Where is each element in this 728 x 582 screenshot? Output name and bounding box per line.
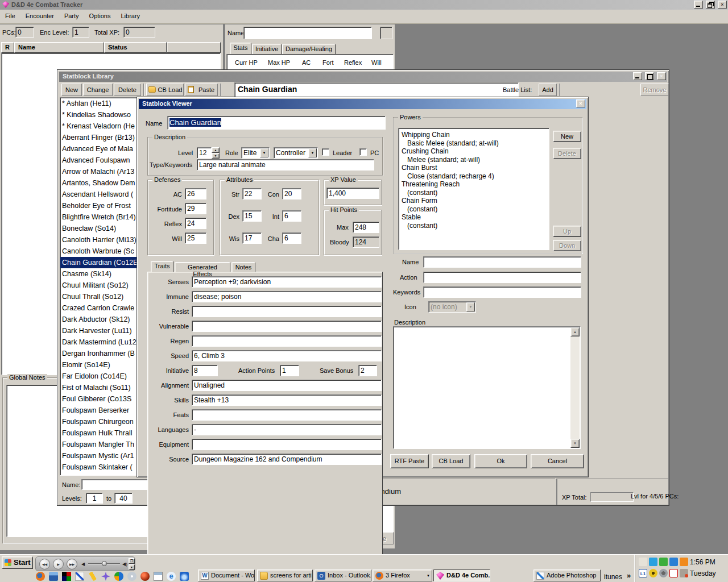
spin-down-icon[interactable]: ▼: [212, 153, 220, 159]
monster-list-item[interactable]: Beholder Eye of Frost: [60, 200, 140, 211]
taskbar-button-word[interactable]: Document - Wo...: [198, 569, 255, 581]
monster-list-item[interactable]: Advanced Eye of Mala: [60, 143, 140, 155]
role-dropdown[interactable]: Elite ▼: [241, 147, 270, 159]
trait-input-speed[interactable]: 6, Climb 3: [192, 350, 382, 361]
updater-tray-icon[interactable]: [680, 558, 688, 566]
chevron-down-icon[interactable]: ▼: [260, 148, 268, 157]
monster-list-item[interactable]: Canoloth Harrier (Mi13): [60, 234, 140, 246]
total-xp-value[interactable]: 0: [123, 27, 155, 38]
pc-checkbox[interactable]: [359, 148, 367, 156]
taskbar-button-dnd[interactable]: D&D 4e Comb...: [433, 569, 490, 581]
minimize-button[interactable]: [694, 1, 703, 9]
new-statblock-button[interactable]: New: [61, 84, 82, 96]
change-statblock-button[interactable]: Change: [83, 84, 113, 96]
description-scrollbar[interactable]: ▲ ▼: [570, 327, 580, 448]
power-action-input[interactable]: [423, 272, 581, 283]
menu-encounter[interactable]: Encounter: [20, 10, 59, 24]
monster-list-item[interactable]: Fist of Malachi (So11): [60, 382, 140, 393]
rewind-button[interactable]: ◀◀: [39, 559, 50, 569]
tab-initiative[interactable]: Initiative: [252, 44, 282, 54]
star-icon[interactable]: [101, 572, 110, 581]
taskbar-button-outlook[interactable]: Inbox - Outlook...: [315, 569, 371, 581]
viewer-close-button[interactable]: ×: [576, 99, 585, 107]
defense-input-reflex[interactable]: 24: [185, 218, 206, 229]
role-type-dropdown[interactable]: Controller ▼: [274, 147, 318, 159]
action-points-input[interactable]: 1: [280, 365, 299, 376]
hp-max-input[interactable]: 248: [353, 222, 379, 233]
monster-list-item[interactable]: Chasme (Sk14): [60, 268, 140, 280]
power-list-item[interactable]: Chain Form(constant): [399, 197, 549, 213]
defense-input-will[interactable]: 25: [185, 232, 206, 244]
restore-button[interactable]: [706, 1, 715, 9]
email-icon[interactable]: [49, 572, 58, 581]
power-new-button[interactable]: New: [553, 131, 581, 142]
menu-file[interactable]: File: [0, 10, 20, 24]
trait-input-languages[interactable]: -: [192, 424, 382, 435]
itunes-toolbar-label[interactable]: itunes: [604, 573, 622, 581]
package-tray-icon[interactable]: [659, 558, 668, 566]
l1-tray-icon[interactable]: [639, 569, 647, 577]
battle-remove-button[interactable]: Remove: [640, 84, 669, 96]
close-button[interactable]: ×: [718, 1, 727, 9]
swoosh-icon[interactable]: [88, 572, 97, 581]
ok-button[interactable]: Ok: [474, 454, 527, 468]
attribute-input-con[interactable]: 20: [282, 188, 301, 199]
monster-list-item[interactable]: Foul Gibberer (Co13S: [60, 393, 140, 405]
cb-load-button[interactable]: CB Load: [146, 84, 184, 96]
messenger-icon[interactable]: [180, 572, 189, 581]
attribute-input-wis[interactable]: 17: [242, 232, 262, 244]
scroll-up-icon[interactable]: ▲: [570, 327, 580, 336]
monster-list-item[interactable]: Arrow of Malachi (Ar13: [60, 166, 140, 177]
power-description-textarea[interactable]: ▲ ▼: [393, 326, 581, 449]
imageviewer-icon[interactable]: [62, 572, 71, 581]
combatant-name-input[interactable]: [243, 27, 372, 39]
media-collapse-icon[interactable]: ▼: [129, 564, 135, 570]
trait-input-alignment[interactable]: Unaligned: [192, 380, 382, 391]
power-name-input[interactable]: [423, 256, 581, 268]
menu-options[interactable]: Options: [84, 10, 116, 24]
power-list-item[interactable]: Stable(constant): [399, 213, 549, 230]
menu-library[interactable]: Library: [116, 10, 146, 24]
trait-input-feats[interactable]: [192, 409, 382, 421]
viewer-name-input[interactable]: Chain Guardian: [167, 116, 386, 130]
monster-list-item[interactable]: Dergan Ironhammer (B: [60, 348, 140, 359]
xp-value-input[interactable]: 1,400: [326, 188, 379, 199]
monster-list-item[interactable]: Aberrant Flinger (Br13): [60, 132, 140, 143]
roster-column-status[interactable]: Status: [104, 42, 167, 53]
monster-list-item[interactable]: Foulspawn Skintaker (: [60, 462, 140, 473]
power-list-item[interactable]: Crushing ChainMelee (standard; at-will): [399, 147, 549, 164]
power-list-item[interactable]: Whipping ChainBasic Melee (standard; at-…: [399, 131, 549, 147]
delete-statblock-button[interactable]: Delete: [114, 84, 141, 96]
level-spinner[interactable]: 12: [197, 147, 212, 159]
monster-list-item[interactable]: Elomir (So14E): [60, 359, 140, 371]
monster-list[interactable]: * Ashlan (He11)* Kindelias Shadowso* Kre…: [60, 97, 141, 476]
chevron-down-icon[interactable]: ▼: [308, 148, 317, 157]
monster-list-item[interactable]: Foulspawn Hulk Thrall: [60, 427, 140, 439]
pen-icon[interactable]: [75, 572, 84, 581]
monster-list-item[interactable]: Crazed Carrion Crawle: [60, 302, 140, 314]
monster-list-item[interactable]: Chuul Militant (So12): [60, 280, 140, 291]
viewer-tab-generated-effects[interactable]: Generated Effects: [175, 262, 230, 272]
attribute-input-str[interactable]: 22: [242, 188, 262, 199]
save-bonus-input[interactable]: 2: [358, 365, 377, 376]
scroll-down-icon[interactable]: ▼: [570, 439, 580, 448]
power-keywords-input[interactable]: [423, 286, 581, 298]
monster-list-item[interactable]: Foulspawn Mangler Th: [60, 439, 140, 450]
monster-list-item[interactable]: Dark Abductor (Sk12): [60, 314, 140, 325]
power-delete-button[interactable]: Delete: [553, 148, 581, 159]
trait-input-equipment[interactable]: [192, 439, 382, 450]
monster-list-item[interactable]: Canoloth Warbrute (Sc: [60, 246, 140, 257]
dropbox-tray-icon[interactable]: [669, 558, 678, 566]
monster-list-item[interactable]: Advanced Foulspawn: [60, 155, 140, 166]
display-tray-icon[interactable]: [639, 558, 647, 566]
enc-level-value[interactable]: 1: [72, 27, 89, 38]
level-spinner-arrows[interactable]: ▲ ▼: [212, 147, 220, 159]
monster-list-item[interactable]: * Kindelias Shadowso: [60, 109, 140, 120]
filter-level-max[interactable]: 40: [114, 493, 133, 504]
monster-list-item[interactable]: Dark Mastermind (Lu12: [60, 336, 140, 348]
roster-column-name[interactable]: Name: [14, 42, 104, 53]
rtf-paste-button[interactable]: RTF Paste: [390, 454, 429, 468]
power-down-button[interactable]: Down: [553, 240, 581, 251]
trait-input-resist[interactable]: [192, 306, 382, 317]
menu-party[interactable]: Party: [59, 10, 84, 24]
